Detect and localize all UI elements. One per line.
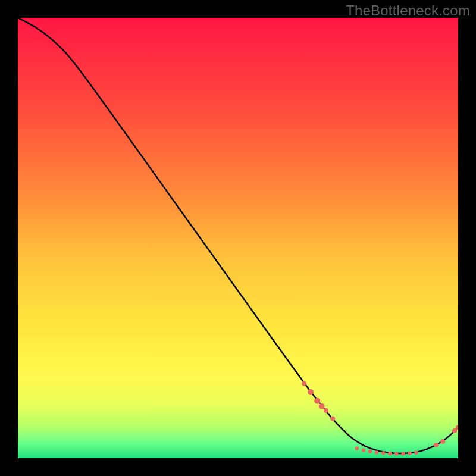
highlight-dot bbox=[388, 452, 392, 455]
highlight-dot bbox=[394, 452, 398, 455]
highlight-dot bbox=[415, 451, 418, 455]
highlight-dot bbox=[408, 452, 411, 455]
highlight-dot bbox=[401, 452, 405, 455]
highlight-dot bbox=[324, 408, 328, 413]
highlight-dot bbox=[440, 439, 445, 444]
highlight-dot bbox=[434, 443, 439, 447]
chart-frame: TheBottleneck.com bbox=[0, 0, 476, 476]
highlight-dot bbox=[330, 416, 335, 421]
highlight-dot bbox=[302, 381, 306, 386]
highlight-dot bbox=[319, 403, 325, 409]
gradient-background bbox=[18, 18, 458, 458]
plot-area bbox=[18, 18, 458, 458]
highlight-dot bbox=[314, 398, 320, 404]
highlight-dot bbox=[452, 428, 457, 433]
highlight-dot bbox=[381, 451, 385, 455]
highlight-dot bbox=[368, 450, 372, 453]
highlight-dot bbox=[308, 389, 314, 395]
watermark-text: TheBottleneck.com bbox=[346, 2, 470, 19]
highlight-dot bbox=[362, 448, 365, 452]
chart-svg bbox=[18, 18, 458, 458]
highlight-dot bbox=[355, 447, 359, 450]
highlight-dot bbox=[375, 450, 378, 454]
